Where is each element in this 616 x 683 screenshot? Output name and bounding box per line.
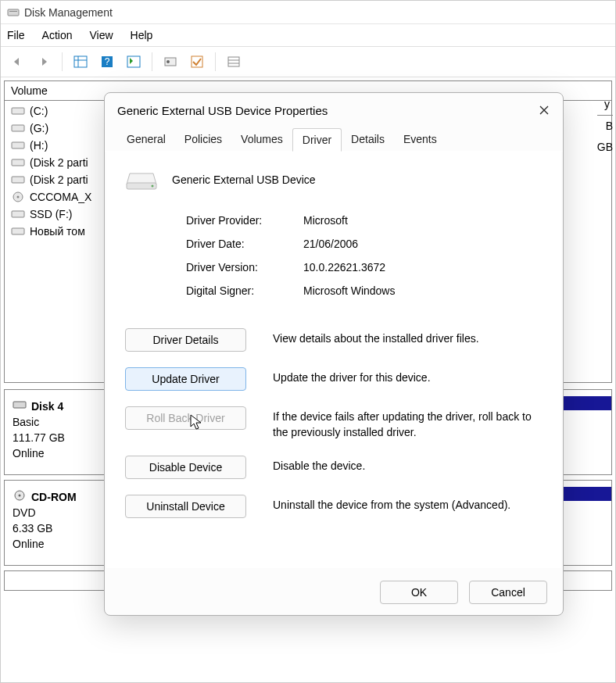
close-button[interactable] [533, 99, 555, 121]
capacity-cell: GB [597, 137, 613, 158]
volume-label: (G:) [30, 122, 48, 134]
dialog-title: Generic External USB Device Properties [117, 104, 328, 117]
cd-icon [11, 191, 25, 202]
driver-details-button[interactable]: Driver Details [125, 328, 246, 352]
svg-rect-7 [127, 56, 140, 67]
driver-date-value: 21/06/2006 [303, 238, 543, 250]
driver-version-label: Driver Version: [186, 261, 303, 274]
svg-rect-23 [13, 402, 26, 408]
menu-view[interactable]: View [89, 29, 113, 41]
tab-details[interactable]: Details [342, 128, 394, 152]
digital-signer-value: Microsoft Windows [303, 284, 543, 297]
volume-label: (C:) [30, 105, 48, 117]
drive-icon [11, 123, 25, 134]
app-icon [7, 6, 20, 19]
dialog-title-bar: Generic External USB Device Properties [105, 93, 563, 127]
device-properties-dialog: Generic External USB Device Properties G… [104, 92, 564, 616]
volume-label: (Disk 2 parti [30, 173, 88, 186]
capacity-header[interactable]: y [597, 94, 613, 116]
svg-rect-16 [12, 142, 24, 148]
tab-volumes[interactable]: Volumes [231, 128, 292, 152]
check-icon[interactable] [188, 53, 206, 70]
drive-icon [11, 174, 25, 185]
driver-details-desc: View details about the installed driver … [273, 328, 543, 347]
svg-rect-1 [9, 11, 17, 12]
disk-title: CD-ROM [31, 491, 77, 503]
disable-device-button[interactable]: Disable Device [125, 456, 246, 479]
svg-rect-18 [12, 177, 24, 183]
svg-point-25 [19, 495, 21, 497]
driver-date-label: Driver Date: [186, 238, 303, 250]
help-icon[interactable]: ? [98, 53, 116, 70]
rollback-driver-desc: If the device fails after updating the d… [273, 406, 543, 440]
svg-rect-22 [12, 228, 24, 234]
refresh-icon[interactable] [125, 53, 142, 70]
capacity-cell: B [597, 116, 613, 137]
tab-general[interactable]: General [117, 128, 175, 152]
capacity-column: y B GB [597, 94, 613, 158]
window-title: Disk Management [24, 6, 113, 19]
svg-rect-21 [12, 211, 24, 217]
toolbar-divider [62, 52, 63, 71]
disk-icon [13, 399, 27, 413]
svg-rect-0 [8, 9, 19, 16]
uninstall-device-button[interactable]: Uninstall Device [125, 495, 246, 518]
svg-text:?: ? [105, 56, 110, 67]
properties-icon[interactable] [162, 53, 179, 70]
volume-label: (Disk 2 parti [30, 156, 88, 169]
rollback-driver-button: Roll Back Driver [125, 406, 246, 430]
driver-provider-label: Driver Provider: [186, 214, 303, 227]
ok-button[interactable]: OK [380, 581, 458, 604]
svg-point-27 [152, 185, 154, 188]
volume-label: Новый том [30, 225, 85, 238]
volume-label: SSD (F:) [30, 208, 72, 220]
svg-rect-14 [12, 108, 24, 114]
volume-label: (H:) [30, 139, 48, 152]
dialog-footer: OK Cancel [105, 570, 563, 615]
device-name: Generic External USB Device [172, 173, 316, 186]
svg-point-9 [167, 60, 170, 63]
svg-rect-17 [12, 159, 24, 166]
drive-icon [11, 140, 25, 151]
svg-rect-15 [12, 125, 24, 131]
menu-bar: File Action View Help [1, 24, 615, 46]
svg-rect-11 [228, 57, 239, 66]
toolbar-divider [215, 52, 216, 71]
back-icon[interactable] [9, 53, 26, 70]
menu-help[interactable]: Help [131, 29, 153, 41]
driver-version-value: 10.0.22621.3672 [303, 261, 543, 274]
tab-events[interactable]: Events [394, 128, 446, 152]
dialog-tabs: General Policies Volumes Driver Details … [105, 127, 563, 152]
forward-icon[interactable] [35, 53, 52, 70]
table-icon[interactable] [72, 53, 89, 70]
drive-icon [11, 226, 25, 237]
disable-device-desc: Disable the device. [273, 456, 543, 474]
svg-rect-2 [74, 56, 87, 67]
update-driver-button[interactable]: Update Driver [125, 367, 246, 391]
dialog-body: Generic External USB Device Driver Provi… [106, 152, 561, 568]
update-driver-desc: Update the driver for this device. [273, 367, 543, 386]
device-header: Generic External USB Device [125, 167, 543, 192]
drive-icon [11, 157, 25, 168]
cancel-button[interactable]: Cancel [469, 581, 547, 604]
volume-label: CCCOMA_X [30, 191, 91, 203]
toolbar: ? [1, 46, 615, 77]
disk-title: Disk 4 [31, 400, 63, 413]
tab-policies[interactable]: Policies [175, 128, 231, 152]
external-drive-icon [125, 167, 158, 192]
driver-info: Driver Provider: Microsoft Driver Date: … [186, 214, 543, 297]
tab-driver[interactable]: Driver [292, 128, 342, 152]
uninstall-device-desc: Uninstall the device from the system (Ad… [273, 495, 543, 513]
list-icon[interactable] [225, 53, 242, 70]
menu-file[interactable]: File [7, 29, 25, 41]
title-bar: Disk Management [1, 1, 615, 24]
drive-icon [11, 105, 25, 116]
toolbar-divider [152, 52, 152, 71]
svg-point-20 [17, 196, 20, 198]
drive-icon [11, 209, 25, 220]
digital-signer-label: Digital Signer: [186, 284, 303, 297]
cd-icon [13, 490, 27, 503]
menu-action[interactable]: Action [42, 29, 73, 41]
driver-provider-value: Microsoft [303, 214, 543, 227]
